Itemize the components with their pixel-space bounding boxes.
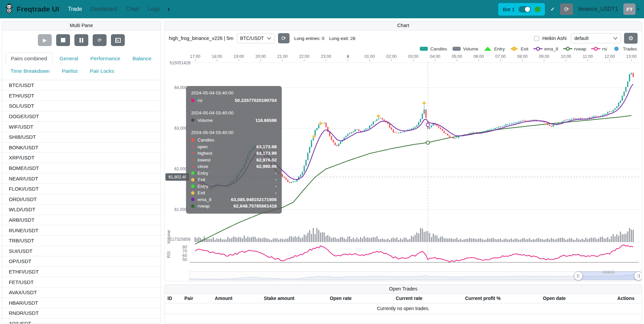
legend-item-candles[interactable]: Candles (419, 46, 447, 51)
chart-card: Chart high_frog_binance_v226 | 5m BTC/US… (164, 21, 642, 281)
list-item[interactable]: WLD/USDT (2, 204, 161, 215)
list-item[interactable]: DOGE/USDT (2, 111, 161, 122)
list-item[interactable]: XRP/USDT (2, 153, 161, 163)
legend-item-rsi[interactable]: rsi (591, 46, 607, 51)
candle-body (416, 125, 418, 127)
nav-link-chart[interactable]: Chart (126, 6, 139, 12)
brand[interactable]: Freqtrade UI (5, 3, 59, 15)
nav-link-trade[interactable]: Trade (68, 6, 82, 12)
volume-bar (607, 237, 608, 242)
candle-body (335, 143, 336, 145)
volume-bar (525, 239, 526, 242)
candle-body (443, 131, 445, 133)
volume-bar (269, 239, 270, 242)
bot-selector[interactable]: Bot 1 (498, 3, 545, 16)
list-item[interactable]: AR/USDT (2, 319, 161, 324)
legend-item-exit[interactable]: Exit (510, 46, 528, 51)
legend-item-rvwap[interactable]: rvwap (563, 46, 586, 51)
list-item[interactable]: BOME/USDT (2, 163, 161, 174)
list-item[interactable]: SUI/USDT (2, 246, 161, 257)
tooltip-series-label: rvwap (198, 203, 233, 210)
volume-bar (460, 239, 461, 242)
datazoom-selected-window[interactable] (578, 272, 639, 280)
chart-refresh-button[interactable]: ⟳ (278, 33, 290, 43)
stop-button[interactable] (56, 34, 70, 46)
plot-settings-button[interactable]: ⚙ (624, 33, 638, 44)
datazoom-drag-tab[interactable] (602, 271, 615, 274)
volume-axis-title: Volume (166, 230, 171, 244)
volume-bar (583, 240, 584, 242)
list-item[interactable]: SOL/USDT (2, 101, 161, 111)
candle-body (455, 138, 456, 138)
tab-time-breakdown[interactable]: Time Breakdown (5, 65, 55, 77)
candle-body (398, 133, 399, 133)
play-button[interactable]: ▶ (38, 34, 52, 46)
tab-pairlist[interactable]: Pairlist (57, 65, 83, 77)
list-item[interactable]: ETH/USDT (2, 91, 161, 101)
legend-item-trades[interactable]: Trades (612, 46, 637, 51)
volume-bar (249, 238, 250, 242)
pair-select[interactable]: BTC/USDT (237, 33, 275, 43)
datazoom-slider[interactable] (189, 271, 640, 280)
forced-exit-button[interactable]: ✕ (111, 34, 125, 46)
list-item[interactable]: AVAX/USDT (2, 287, 161, 298)
tab-balance[interactable]: Balance (128, 52, 157, 65)
pause-button[interactable] (74, 34, 88, 46)
open-trades-table-header: IDPairAmountStake amountOpen rateCurrent… (165, 294, 642, 303)
list-item[interactable]: FET/USDT (2, 277, 161, 287)
avatar[interactable]: FT (623, 3, 636, 15)
volume-bar (369, 238, 370, 242)
list-item[interactable]: OP/USDT (2, 256, 161, 267)
tab-pair-locks[interactable]: Pair Locks (85, 65, 119, 77)
nav-link-dashboard[interactable]: Dashboard (91, 6, 117, 12)
user-menu[interactable]: FT ▾ (623, 3, 639, 15)
volume-bar (435, 235, 436, 242)
candle-body (625, 87, 627, 92)
candle-body (442, 129, 443, 131)
list-item[interactable]: TRB/USDT (2, 236, 161, 246)
volume-bar (487, 238, 488, 242)
list-item[interactable]: BONK/USDT (2, 143, 161, 153)
candle-body (564, 121, 565, 122)
candle-body (373, 122, 374, 125)
candle-body (285, 178, 287, 179)
tab-pairs-combined[interactable]: Pairs combined (5, 52, 52, 65)
list-item[interactable]: ARB/USDT (2, 215, 161, 225)
legend-item-volume[interactable]: Volume (452, 46, 478, 51)
list-item[interactable]: RUNE/USDT (2, 225, 161, 236)
bot-toggle[interactable] (519, 6, 531, 13)
tab-performance[interactable]: Performance (85, 52, 125, 65)
theme-toggle-icon[interactable]: ◐ (167, 5, 171, 13)
heikin-ashi-checkbox[interactable] (534, 36, 539, 41)
volume-bar (284, 239, 285, 242)
legend-item-ema_8[interactable]: ema_8 (533, 46, 558, 51)
sparkline-path (190, 274, 640, 280)
legend-item-entry[interactable]: Entry (483, 46, 505, 51)
global-reload-button[interactable]: ⟳ (560, 3, 573, 15)
list-item[interactable]: WIF/USDT (2, 122, 161, 132)
candle-body (623, 92, 625, 96)
candle-body (440, 128, 441, 129)
volume-bar (340, 237, 341, 242)
volume-bar (229, 238, 230, 242)
list-item[interactable]: SHIB/USDT (2, 132, 161, 143)
volume-bar (264, 238, 265, 242)
volume-bar (600, 237, 601, 242)
tooltip-row: Candles (191, 137, 277, 144)
list-item[interactable]: BTC/USDT (2, 80, 161, 91)
datazoom-right-handle[interactable] (634, 271, 642, 280)
rsi-axis-title: RSI (166, 251, 171, 258)
list-item[interactable]: NEAR/USDT (2, 173, 161, 184)
list-item[interactable]: HBAR/USDT (2, 298, 161, 308)
nav-link-logs[interactable]: Logs (148, 6, 160, 12)
datazoom-left-handle[interactable] (574, 271, 583, 280)
list-item[interactable]: RNDR/USDT (2, 308, 161, 319)
volume-bar (266, 238, 267, 242)
volume-bar (596, 239, 597, 242)
reload-config-button[interactable]: ⟳ (93, 34, 107, 46)
list-item[interactable]: FLOKI/USDT (2, 184, 161, 194)
plot-config-select[interactable]: default (571, 33, 621, 43)
tab-general[interactable]: General (54, 52, 83, 65)
list-item[interactable]: ORDI/USDT (2, 194, 161, 205)
list-item[interactable]: ETHFI/USDT (2, 267, 161, 277)
